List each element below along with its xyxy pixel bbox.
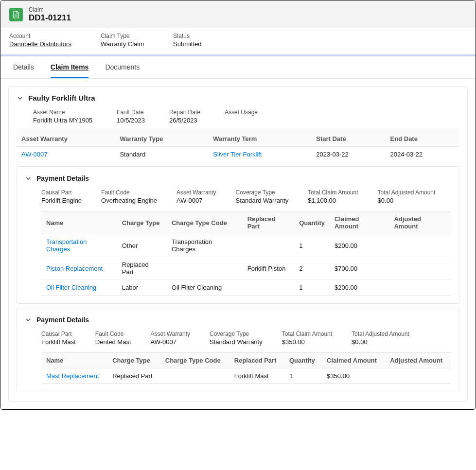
p2-cov-value: Standard Warranty: [210, 338, 263, 346]
th-charge-type: Charge Type: [117, 211, 167, 234]
p2-fault-link[interactable]: Dented Mast: [95, 338, 131, 346]
exp-ct: Labor: [117, 280, 167, 296]
payment-details-1: Payment Details Causal PartForklift Engi…: [17, 166, 459, 304]
p1-causal-link[interactable]: Forklift Engine: [41, 197, 82, 204]
exp-ctc: Transportation Charges: [167, 234, 243, 257]
p1-aw-label: Asset Warranty: [176, 189, 216, 196]
p1-causal-label: Causal Part: [41, 189, 82, 196]
exp-adj: [389, 257, 451, 280]
exp-ctc: [160, 368, 229, 384]
warranty-table: Asset Warranty Warranty Type Warranty Te…: [17, 131, 459, 162]
exp-qty: 1: [284, 368, 322, 384]
payment1-fields: Causal PartForklift Engine Fault CodeOve…: [17, 186, 459, 211]
warranty-end-value: 2024-03-22: [386, 147, 459, 162]
asset-name-link[interactable]: Forklift Ultra MY1905: [33, 117, 92, 124]
exp-rp: [243, 280, 295, 296]
summary-status: Status Submitted: [173, 33, 202, 48]
p2-adj-label: Total Adjusted Amount: [352, 331, 409, 337]
th-qty: Quantity: [284, 353, 322, 368]
p2-aw-label: Asset Warranty: [151, 331, 191, 337]
asset-usage-label: Asset Usage: [225, 109, 258, 116]
asset-name-label: Asset Name: [33, 109, 92, 116]
tabs: Details Claim Items Documents: [0, 56, 476, 79]
p2-causal-link[interactable]: Forklift Mast: [41, 338, 76, 346]
table-row: Oil Filter Cleaning Labor Oil Filter Cle…: [41, 280, 451, 296]
warranty-start-value: 2023-03-22: [311, 147, 385, 162]
chevron-down-icon: [25, 317, 32, 323]
exp-name-link[interactable]: Mast Replacement: [46, 372, 99, 380]
exp-ct: Replaced Part: [117, 257, 167, 280]
payment-details-2: Payment Details Causal PartForklift Mast…: [17, 308, 459, 392]
th-claimed: Claimed Amount: [330, 211, 389, 234]
exp-rp: Forklift Piston: [243, 257, 295, 280]
svg-rect-0: [15, 15, 18, 15]
th-start-date: Start Date: [311, 131, 385, 147]
p1-cov-value: Standard Warranty: [236, 197, 289, 204]
th-replaced: Replaced Part: [243, 211, 295, 234]
svg-rect-1: [15, 16, 18, 16]
exp-claimed: $200.00: [330, 234, 389, 257]
repair-date-value: 26/5/2023: [169, 117, 200, 124]
payment2-header[interactable]: Payment Details: [17, 314, 459, 328]
th-end-date: End Date: [386, 131, 459, 147]
fault-date-label: Fault Date: [117, 109, 145, 116]
th-adjusted: Adjusted Amount: [389, 211, 451, 234]
warranty-type-value: Standard: [115, 147, 208, 162]
exp-adj: [389, 234, 451, 257]
p1-adj-value: $0.00: [378, 197, 436, 204]
th-charge-code: Charge Type Code: [167, 211, 243, 234]
p2-causal-label: Causal Part: [41, 331, 76, 337]
warranty-row: AW-0007 Standard Silver Tier Forklift 20…: [17, 147, 459, 162]
th-claimed: Claimed Amount: [322, 353, 385, 368]
p2-aw-link[interactable]: AW-0007: [151, 338, 191, 346]
payment2-fields: Causal PartForklift Mast Fault CodeDente…: [17, 328, 459, 352]
fault-date-value: 10/5/2023: [117, 117, 145, 124]
exp-ct: Other: [117, 234, 167, 257]
exp-qty: 2: [294, 257, 330, 280]
tab-details[interactable]: Details: [13, 56, 34, 78]
payment1-title: Payment Details: [36, 174, 89, 182]
summary-claim-type-label: Claim Type: [101, 33, 144, 39]
exp-header-row: Name Charge Type Charge Type Code Replac…: [41, 211, 451, 234]
exp-ctc: Oil Filter Cleaning: [167, 280, 243, 296]
summary-status-label: Status: [173, 33, 202, 39]
summary-account-label: Account: [9, 33, 71, 39]
th-warranty-term: Warranty Term: [208, 131, 311, 147]
exp-qty: 1: [294, 234, 330, 257]
tab-documents[interactable]: Documents: [105, 56, 140, 78]
warranty-asset-link[interactable]: AW-0007: [21, 151, 47, 158]
exp-name-link[interactable]: Piston Replacement: [46, 265, 103, 272]
exp-claimed: $700.00: [330, 257, 389, 280]
payment2-title: Payment Details: [36, 316, 89, 324]
th-name: Name: [41, 211, 117, 234]
warranty-term-link[interactable]: Silver Tier Forklift: [213, 151, 262, 158]
p1-adj-label: Total Adjusted Amount: [378, 189, 436, 196]
exp-header-row: Name Charge Type Charge Type Code Replac…: [41, 353, 451, 368]
exp-name-link[interactable]: Transportation Charges: [46, 238, 87, 253]
table-row: Piston Replacement Replaced Part Forklif…: [41, 257, 451, 280]
exp-ct: Replaced Part: [107, 368, 160, 384]
th-asset-warranty: Asset Warranty: [17, 131, 115, 147]
p1-aw-link[interactable]: AW-0007: [176, 197, 216, 204]
summary-account-link[interactable]: Danubelle Distributors: [9, 40, 71, 48]
record-kicker: Claim: [29, 6, 71, 13]
tab-claim-items[interactable]: Claim Items: [51, 56, 89, 78]
header-text: Claim DD1-01211: [29, 6, 71, 23]
exp-adj: [389, 280, 451, 296]
content: Faulty Forklift Ultra Asset Name Forklif…: [0, 79, 476, 409]
table-row: Mast Replacement Replaced Part Forklift …: [41, 368, 451, 384]
th-qty: Quantity: [294, 211, 330, 234]
summary-status-value: Submitted: [173, 40, 202, 48]
summary-claim-type-value: Warranty Claim: [101, 40, 144, 48]
exp-name-link[interactable]: Oil Filter Cleaning: [46, 284, 96, 291]
payment1-expense-table: Name Charge Type Charge Type Code Replac…: [41, 211, 451, 296]
claim-item-header[interactable]: Faulty Forklift Ultra: [9, 94, 467, 106]
payment1-header[interactable]: Payment Details: [17, 173, 459, 186]
p2-total-value: $350.00: [282, 338, 332, 346]
p1-fault-link[interactable]: Overheating Engine: [101, 197, 157, 204]
exp-rp: Forklift Mast: [229, 368, 284, 384]
exp-claimed: $200.00: [330, 280, 389, 296]
exp-rp: [243, 234, 295, 257]
summary-account: Account Danubelle Distributors: [9, 33, 71, 48]
warranty-header-row: Asset Warranty Warranty Type Warranty Te…: [17, 131, 459, 147]
